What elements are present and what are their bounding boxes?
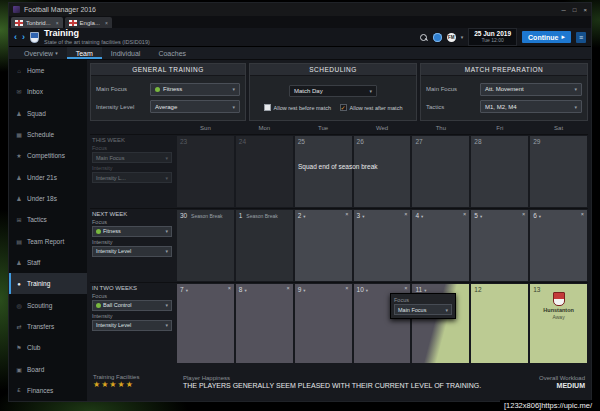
fm-menu-chevron-icon[interactable]: ▾ — [461, 34, 464, 40]
fm-window: Football Manager 2016 ─ □ × Tonbrid... ×… — [8, 2, 592, 402]
dropdown-value: Att. Movement — [485, 86, 524, 92]
day-cell-26[interactable]: 26 — [354, 136, 411, 207]
sidebar-item-scouting[interactable]: ◎Scouting — [9, 294, 87, 315]
tactics-dropdown[interactable]: M1, M2, M4 ▾ — [480, 100, 582, 113]
main-focus-row: Main Focus Att. Movement ▾ — [426, 83, 582, 96]
clear-day-icon[interactable]: × — [522, 212, 525, 218]
popup-focus-label: Focus — [394, 297, 452, 303]
tab-coaches[interactable]: Coaches — [149, 47, 195, 59]
day-cell-6[interactable]: 6▾× — [530, 210, 587, 281]
match-prep-focus-dropdown[interactable]: Att. Movement ▾ — [480, 83, 582, 96]
popup-focus-dropdown[interactable]: Main Focus ▾ — [394, 304, 452, 315]
nav-forward-icon[interactable]: › — [22, 33, 25, 42]
chevron-down-icon: ▾ — [480, 214, 482, 219]
tab-individual[interactable]: Individual — [102, 47, 150, 59]
close-icon[interactable]: × — [583, 7, 587, 13]
day-cell-8[interactable]: 8▾× — [236, 284, 293, 363]
clear-day-icon[interactable]: × — [463, 212, 466, 218]
match-day-dropdown[interactable]: Match Day ▾ — [289, 85, 377, 97]
clear-day-icon[interactable]: × — [345, 286, 348, 292]
sidebar-item-squad[interactable]: ♟Squad — [9, 103, 87, 124]
day-cell-12[interactable]: 12 — [471, 284, 528, 363]
sidebar-item-team-report[interactable]: ▤Team Report — [9, 231, 87, 252]
search-icon[interactable] — [419, 33, 428, 42]
day-cell-3[interactable]: 3▾× — [354, 210, 411, 281]
day-cell-2[interactable]: 2▾× — [295, 210, 352, 281]
calendar-week-this: THIS WEEK Focus Main Focus ▾ Intensity I… — [90, 134, 588, 208]
continue-button[interactable]: Continue ▸ — [522, 31, 571, 43]
rest-before-row: Allow rest before match — [264, 104, 331, 111]
day-cell-24[interactable]: 24 — [236, 136, 293, 207]
focus-label: Focus — [92, 293, 172, 299]
day-cell-7[interactable]: 7▾× — [177, 284, 234, 363]
day-cell-29[interactable]: 29 — [530, 136, 587, 207]
sidebar-item-finances[interactable]: £Finances — [9, 380, 87, 401]
day-number: 30 — [180, 212, 187, 219]
sidebar-item-competitions[interactable]: ★Competitions — [9, 145, 87, 166]
sidebar-item-under18s[interactable]: ♟Under 18s — [9, 188, 87, 209]
day-cell-1[interactable]: 1 Season Break — [236, 210, 293, 281]
tab-close-icon[interactable]: × — [105, 20, 108, 26]
day-cell-25[interactable]: 25 — [295, 136, 352, 207]
this-week-intensity-dropdown[interactable]: Intensity L... ▾ — [92, 172, 172, 183]
window-title: Football Manager 2016 — [24, 6, 96, 13]
next-week-intensity-dropdown[interactable]: Intensity Level ▾ — [92, 246, 172, 257]
session-tab-tonbridge[interactable]: Tonbrid... × — [11, 17, 63, 28]
sidebar-item-home[interactable]: ⌂Home — [9, 60, 87, 81]
day-cell-13[interactable]: 13 Hunstanton Away — [530, 284, 587, 363]
world-icon[interactable] — [433, 33, 442, 42]
sidebar-item-under21s[interactable]: ♟Under 21s — [9, 167, 87, 188]
game-date[interactable]: 25 Jun 2019 Tue 12:00 — [468, 28, 517, 45]
tab-close-icon[interactable]: × — [56, 20, 59, 26]
rest-after-checkbox[interactable]: ✓ — [340, 104, 347, 111]
day-cell-9[interactable]: 9▾× — [295, 284, 352, 363]
intensity-dropdown[interactable]: Average ▾ — [150, 100, 240, 113]
this-week-focus-dropdown[interactable]: Main Focus ▾ — [92, 152, 172, 163]
sidebar-label: Club — [27, 344, 40, 351]
sidebar-item-transfers[interactable]: ⇄Transfers — [9, 316, 87, 337]
sidebar-item-schedule[interactable]: ▦Schedule — [9, 124, 87, 145]
main-content: GENERAL TRAINING Main Focus Fitness ▾ — [87, 60, 591, 401]
week-title: NEXT WEEK — [92, 211, 172, 217]
day-focus-popup: Focus Main Focus ▾ — [390, 293, 456, 319]
continue-menu-icon[interactable]: ≡ — [576, 32, 586, 43]
rest-before-checkbox[interactable] — [264, 104, 271, 111]
clear-day-icon[interactable]: × — [228, 286, 231, 292]
happiness-label: Player Happiness — [183, 375, 529, 381]
dropdown-value: Intensity L... — [96, 175, 126, 181]
fm-logo-icon[interactable]: FM — [447, 33, 456, 42]
sidebar-item-board[interactable]: ▣Board — [9, 358, 87, 379]
panel-body: Main Focus Att. Movement ▾ Tactics M1, M… — [421, 76, 587, 120]
day-cell-23[interactable]: 23 — [177, 136, 234, 207]
nav-back-icon[interactable]: ‹ — [14, 33, 17, 42]
session-tabs: Tonbrid... × Engla... × — [9, 16, 591, 28]
squad-icon: ♟ — [15, 110, 23, 117]
sidebar-item-club[interactable]: ⚑Club — [9, 337, 87, 358]
tab-team[interactable]: Team — [67, 47, 102, 59]
session-tab-england[interactable]: Engla... × — [65, 17, 112, 28]
sidebar-item-inbox[interactable]: ✉Inbox — [9, 81, 87, 102]
two-weeks-focus-dropdown[interactable]: Ball Control ▾ — [92, 300, 172, 311]
day-cell-4[interactable]: 4▾× — [412, 210, 469, 281]
clear-day-icon[interactable]: × — [345, 212, 348, 218]
main-focus-dropdown[interactable]: Fitness ▾ — [150, 83, 240, 96]
clear-day-icon[interactable]: × — [404, 212, 407, 218]
maximize-icon[interactable]: □ — [573, 7, 577, 13]
tab-overview[interactable]: Overview ▾ — [15, 47, 67, 59]
day-cell-30[interactable]: 30 Season Break — [177, 210, 234, 281]
next-week-focus-dropdown[interactable]: Fitness ▾ — [92, 226, 172, 237]
day-cell-28[interactable]: 28 — [471, 136, 528, 207]
day-cell-27[interactable]: 27 — [412, 136, 469, 207]
sidebar-item-training[interactable]: ●Training — [9, 273, 87, 294]
clear-day-icon[interactable]: × — [404, 286, 407, 292]
workload-label: Overall Workload — [539, 375, 585, 381]
minimize-icon[interactable]: ─ — [562, 7, 566, 13]
sidebar-item-tactics[interactable]: ⊞Tactics — [9, 209, 87, 230]
tactics-row: Tactics M1, M2, M4 ▾ — [426, 100, 582, 113]
tab-label: Team — [76, 50, 93, 57]
two-weeks-intensity-dropdown[interactable]: Intensity Level ▾ — [92, 320, 172, 331]
clear-day-icon[interactable]: × — [581, 212, 584, 218]
sidebar-item-staff[interactable]: ♟Staff — [9, 252, 87, 273]
day-cell-5[interactable]: 5▾× — [471, 210, 528, 281]
clear-day-icon[interactable]: × — [287, 286, 290, 292]
